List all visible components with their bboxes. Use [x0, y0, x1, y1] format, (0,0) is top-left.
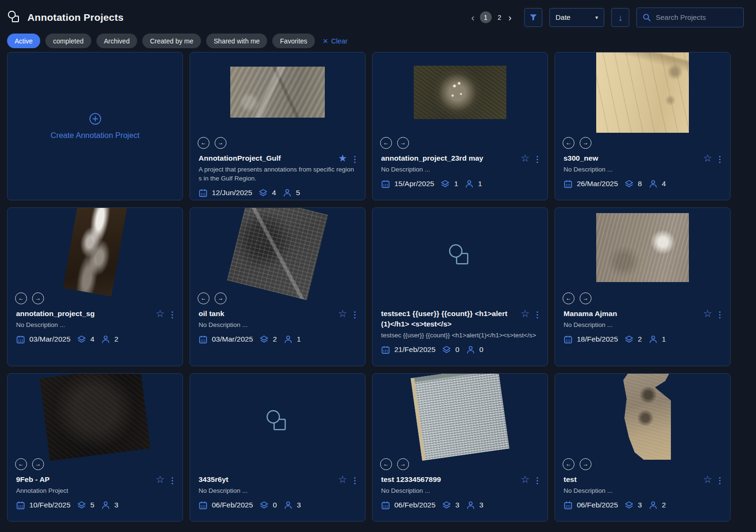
favorite-star-icon[interactable]: ☆ [703, 474, 712, 484]
favorite-star-icon[interactable]: ☆ [521, 309, 530, 318]
prev-image-button[interactable]: ← [563, 137, 574, 149]
project-meta: 10/Feb/2025 5 3 [16, 501, 174, 510]
project-title: oil tank [199, 309, 333, 319]
filter-button[interactable] [524, 8, 542, 27]
funnel-icon [529, 13, 538, 22]
project-card[interactable]: ← → 9Feb - AP ☆ Annotation Project 10/Fe… [7, 373, 183, 522]
next-image-button[interactable]: → [397, 458, 409, 470]
chip-active[interactable]: Active [7, 34, 40, 48]
project-title: 9Feb - AP [16, 474, 151, 485]
favorite-star-icon[interactable]: ☆ [521, 153, 530, 163]
projects-grid: Create Annotation Project ← → Annotation… [0, 49, 756, 522]
kebab-menu-icon[interactable] [353, 155, 356, 164]
layers-count: 1 [454, 180, 458, 188]
prev-image-button[interactable]: ← [15, 292, 27, 304]
favorite-star-icon[interactable]: ☆ [703, 309, 712, 318]
chip-created-by-me[interactable]: Created by me [142, 34, 201, 48]
kebab-menu-icon[interactable] [171, 310, 174, 319]
project-title: Manama Ajman [564, 309, 698, 319]
project-date: 06/Feb/2025 [394, 501, 435, 509]
project-card[interactable]: ← → annotation_project_sg ☆ No Descripti… [7, 207, 183, 366]
chip-archived[interactable]: Archived [96, 34, 137, 48]
prev-image-button[interactable]: ← [380, 137, 392, 149]
project-title: test 12334567899 [381, 474, 516, 485]
annotation-placeholder-icon [447, 243, 473, 269]
arrow-left-icon: ← [383, 461, 389, 467]
project-card[interactable]: ← → oil tank ☆ No Description ... 03/Mar… [190, 207, 365, 366]
chip-completed[interactable]: completed [45, 34, 91, 48]
project-date: 26/Mar/2025 [577, 180, 618, 188]
favorite-star-icon[interactable]: ☆ [156, 309, 165, 318]
kebab-menu-icon[interactable] [536, 310, 539, 319]
project-card[interactable]: ← → s300_new ☆ No Description ... 26/Mar… [555, 52, 730, 200]
calendar-icon [381, 180, 390, 189]
project-card[interactable]: ← → AnnotationProject_Gulf ★ A project t… [190, 52, 365, 200]
next-image-button[interactable]: → [580, 137, 591, 149]
kebab-menu-icon[interactable] [536, 476, 539, 485]
favorite-star-icon[interactable]: ☆ [521, 474, 530, 484]
project-card[interactable]: ← → test 12334567899 ☆ No Description ..… [372, 373, 548, 522]
favorite-star-icon[interactable]: ☆ [703, 153, 712, 163]
next-image-button[interactable]: → [215, 137, 226, 149]
sort-by-dropdown[interactable]: Date ▾ [549, 8, 604, 27]
next-image-button[interactable]: → [580, 458, 591, 470]
project-meta: 06/Feb/2025 0 3 [199, 501, 356, 510]
project-description: No Description ... [199, 487, 356, 496]
layers-count: 3 [638, 501, 642, 509]
arrow-left-icon: ← [566, 461, 572, 467]
arrow-down-icon: ↓ [618, 13, 623, 22]
project-card[interactable]: ← → test ☆ No Description ... 06/Feb/202… [555, 373, 730, 522]
clear-filters-button[interactable]: × Clear [323, 37, 348, 45]
pagination-page-1-current[interactable]: 1 [480, 11, 492, 23]
prev-image-button[interactable]: ← [563, 292, 574, 304]
sort-direction-button[interactable]: ↓ [611, 8, 629, 27]
kebab-menu-icon[interactable] [536, 155, 539, 164]
person-icon [466, 501, 475, 510]
person-icon [101, 335, 110, 344]
project-card[interactable]: 3435r6yt ☆ No Description ... 06/Feb/202… [190, 373, 365, 522]
project-thumbnail [555, 208, 730, 287]
prev-image-button[interactable]: ← [15, 458, 27, 470]
kebab-menu-icon[interactable] [718, 476, 721, 485]
pagination-prev-icon[interactable]: ‹ [470, 13, 476, 22]
project-card[interactable]: ← → annotation_project_23rd may ☆ No Des… [372, 52, 548, 200]
next-image-button[interactable]: → [397, 137, 409, 149]
kebab-menu-icon[interactable] [353, 476, 356, 485]
page-header: Annotation Projects ‹ 1 2 › Date ▾ ↓ [0, 0, 756, 28]
kebab-menu-icon[interactable] [171, 476, 174, 485]
search-input[interactable] [636, 8, 744, 27]
favorite-star-icon[interactable]: ☆ [338, 309, 347, 318]
next-image-button[interactable]: → [32, 458, 44, 470]
next-image-button[interactable]: → [580, 292, 591, 304]
kebab-menu-icon[interactable] [718, 155, 721, 164]
calendar-icon [381, 501, 390, 510]
project-card[interactable]: testsec1 {{user}} {{count}} <h1>alert(1)… [372, 207, 548, 366]
layers-icon [260, 501, 269, 510]
pagination-page-2[interactable]: 2 [496, 14, 504, 21]
kebab-menu-icon[interactable] [718, 310, 721, 319]
project-thumbnail [8, 374, 182, 453]
prev-image-button[interactable]: ← [198, 292, 209, 304]
project-description: No Description ... [564, 321, 721, 330]
pagination-next-icon[interactable]: › [507, 13, 513, 22]
project-card[interactable]: ← → Manama Ajman ☆ No Description ... 18… [555, 207, 730, 366]
next-image-button[interactable]: → [215, 292, 226, 304]
prev-image-button[interactable]: ← [198, 137, 209, 149]
chip-favorites[interactable]: Favorites [272, 34, 315, 48]
next-image-button[interactable]: → [32, 292, 44, 304]
members-count: 0 [479, 345, 484, 354]
favorite-star-icon[interactable]: ☆ [338, 474, 347, 484]
layers-icon [259, 189, 268, 197]
members-count: 4 [662, 180, 666, 188]
person-icon [649, 335, 658, 344]
project-meta: 03/Mar/2025 4 2 [16, 335, 174, 344]
project-meta: 06/Feb/2025 3 2 [564, 501, 721, 510]
arrow-right-icon: → [218, 140, 224, 146]
favorite-star-icon[interactable]: ☆ [156, 474, 165, 484]
favorite-star-icon[interactable]: ★ [338, 153, 347, 163]
chip-shared-with-me[interactable]: Shared with me [206, 34, 267, 48]
prev-image-button[interactable]: ← [380, 458, 392, 470]
prev-image-button[interactable]: ← [563, 458, 574, 470]
create-annotation-project-card[interactable]: Create Annotation Project [7, 52, 183, 200]
kebab-menu-icon[interactable] [353, 310, 356, 319]
